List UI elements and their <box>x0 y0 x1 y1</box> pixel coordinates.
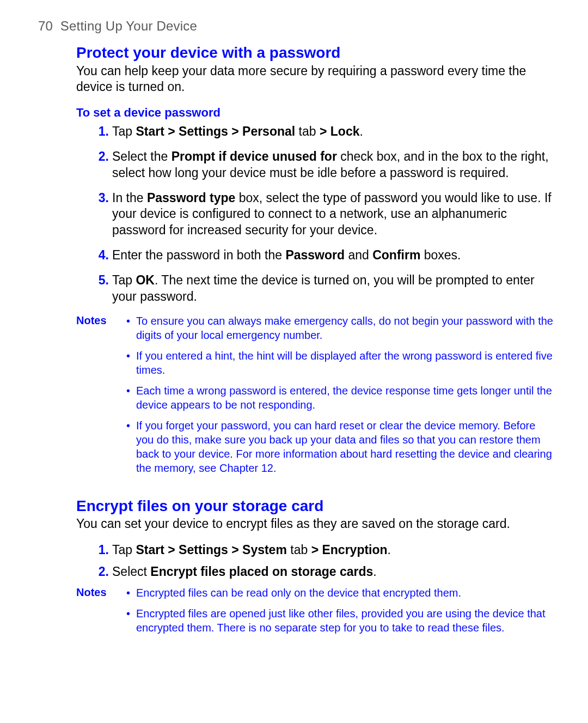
step-body: Tap OK. The next time the device is turn… <box>112 273 535 303</box>
notes-label: Notes <box>76 586 126 641</box>
text-run: Enter the password in both the <box>112 248 285 262</box>
text-run: tab <box>295 124 320 138</box>
step-item: 3. In the Password type box, select the … <box>93 190 554 239</box>
page-number: 70 <box>38 19 53 33</box>
step-item: 1. Tap Start > Settings > Personal tab >… <box>93 124 554 140</box>
text-run: Select <box>112 564 150 579</box>
step-body: Enter the password in both the Password … <box>112 248 461 262</box>
bold-text: > Lock <box>320 124 360 138</box>
note-item: To ensure you can always make emergency … <box>126 314 554 342</box>
note-item: If you forget your password, you can har… <box>126 418 554 475</box>
step-item: 1. Tap Start > Settings > System tab > E… <box>93 542 554 558</box>
step-item: 4. Enter the password in both the Passwo… <box>93 247 554 264</box>
steps-list: 1. Tap Start > Settings > Personal tab >… <box>76 124 554 305</box>
note-item: Each time a wrong password is entered, t… <box>126 384 554 412</box>
note-item: Encrypted files can be read only on the … <box>126 586 554 600</box>
step-number: 5. <box>93 272 109 289</box>
page-content: Protect your device with a password You … <box>38 44 556 641</box>
section-title: Protect your device with a password <box>76 44 554 62</box>
step-body: In the Password type box, select the typ… <box>112 191 552 238</box>
bold-text: OK <box>136 273 155 287</box>
subheading: To set a device password <box>76 105 554 120</box>
step-body: Select the Prompt if device unused for c… <box>112 149 549 180</box>
section-intro: You can set your device to encrypt files… <box>76 516 554 532</box>
page: 70 Setting Up Your Device Protect your d… <box>0 0 588 723</box>
text-run: and <box>345 248 372 262</box>
steps-list: 1. Tap Start > Settings > System tab > E… <box>76 542 554 580</box>
step-item: 5. Tap OK. The next time the device is t… <box>93 272 554 305</box>
step-body: Tap Start > Settings > Personal tab > Lo… <box>112 124 363 138</box>
bold-text: > Encryption <box>311 543 388 557</box>
text-run: . The next time the device is turned on,… <box>112 273 535 303</box>
step-body: Select Encrypt files placed on storage c… <box>112 564 377 579</box>
chapter-title: Setting Up Your Device <box>60 19 197 33</box>
notes-list: Encrypted files can be read only on the … <box>126 586 554 641</box>
text-run: . <box>373 564 376 579</box>
step-number: 4. <box>93 247 109 264</box>
notes-block: Notes To ensure you can always make emer… <box>76 314 554 482</box>
running-header: 70 Setting Up Your Device <box>38 19 556 34</box>
note-item: Encrypted files are opened just like oth… <box>126 606 554 635</box>
text-run: tab <box>287 543 311 557</box>
text-run: . <box>359 124 363 138</box>
bold-text: Prompt if device unused for <box>171 149 337 163</box>
step-number: 1. <box>93 542 109 558</box>
step-item: 2. Select the Prompt if device unused fo… <box>93 149 554 181</box>
step-body: Tap Start > Settings > System tab > Encr… <box>112 543 391 557</box>
text-run: In the <box>112 191 147 205</box>
bold-text: Confirm <box>372 248 420 262</box>
text-run: Tap <box>112 124 136 138</box>
bold-text: Password <box>285 248 345 262</box>
notes-block: Notes Encrypted files can be read only o… <box>76 586 554 641</box>
text-run: . <box>388 543 391 557</box>
bold-text: Password type <box>147 191 235 205</box>
text-run: Select the <box>112 149 171 163</box>
notes-label: Notes <box>76 314 126 482</box>
section-intro: You can help keep your data more secure … <box>76 63 554 96</box>
step-number: 2. <box>93 564 109 580</box>
text-run: Tap <box>112 273 136 287</box>
notes-list: To ensure you can always make emergency … <box>126 314 554 482</box>
bold-text: Start > Settings > Personal <box>136 124 295 138</box>
text-run: Tap <box>112 543 136 557</box>
section-title: Encrypt files on your storage card <box>76 497 554 515</box>
bold-text: Encrypt files placed on storage cards <box>150 564 373 579</box>
text-run: boxes. <box>420 248 461 262</box>
note-item: If you entered a hint, the hint will be … <box>126 349 554 377</box>
spacer <box>76 487 554 497</box>
step-number: 1. <box>93 124 109 140</box>
bold-text: Start > Settings > System <box>136 543 286 557</box>
step-number: 2. <box>93 149 109 165</box>
step-number: 3. <box>93 190 109 206</box>
step-item: 2. Select Encrypt files placed on storag… <box>93 564 554 580</box>
